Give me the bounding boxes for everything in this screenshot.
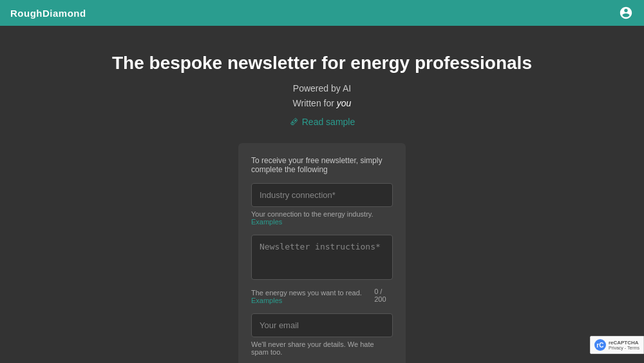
email-group: We'll never share your details. We hate … <box>251 313 393 356</box>
industry-connection-input[interactable] <box>251 183 393 207</box>
recaptcha-logo: rC <box>594 339 606 351</box>
powered-by-text: Powered by AI <box>293 83 351 93</box>
newspaper-icon: 🗞 <box>289 117 298 127</box>
char-count-row: The energy news you want to read. Exampl… <box>251 286 393 304</box>
industry-hint: Your connection to the energy industry. … <box>251 210 393 226</box>
hero-section: The bespoke newsletter for energy profes… <box>112 52 532 128</box>
read-sample-link[interactable]: 🗞 Read sample <box>289 117 355 127</box>
newsletter-examples-link[interactable]: Examples <box>251 297 282 304</box>
account-icon[interactable] <box>618 5 634 21</box>
written-for-text: Written for <box>293 98 337 108</box>
header: RoughDiamond <box>0 0 644 26</box>
you-italic: you <box>337 98 352 108</box>
logo: RoughDiamond <box>10 8 86 19</box>
char-count: 0 / 200 <box>374 288 393 303</box>
recaptcha-text: reCAPTCHA Privacy - Terms <box>609 340 639 350</box>
email-hint: We'll never share your details. We hate … <box>251 340 393 356</box>
recaptcha-badge: rC reCAPTCHA Privacy - Terms <box>590 336 644 354</box>
industry-connection-group: Your connection to the energy industry. … <box>251 183 393 226</box>
industry-examples-link[interactable]: Examples <box>251 218 282 226</box>
newsletter-instructions-group: The energy news you want to read. Exampl… <box>251 235 393 304</box>
hero-title: The bespoke newsletter for energy profes… <box>112 52 532 75</box>
newsletter-instructions-input[interactable] <box>251 235 393 280</box>
form-card: To receive your free newsletter, simply … <box>238 143 406 363</box>
newsletter-hint: The energy news you want to read. Exampl… <box>251 289 374 304</box>
read-sample-label: Read sample <box>302 117 355 127</box>
main-content: The bespoke newsletter for energy profes… <box>0 26 644 363</box>
hero-subtitle: Powered by AI Written for you <box>112 81 532 110</box>
email-input[interactable] <box>251 313 393 337</box>
form-intro: To receive your free newsletter, simply … <box>251 156 393 174</box>
